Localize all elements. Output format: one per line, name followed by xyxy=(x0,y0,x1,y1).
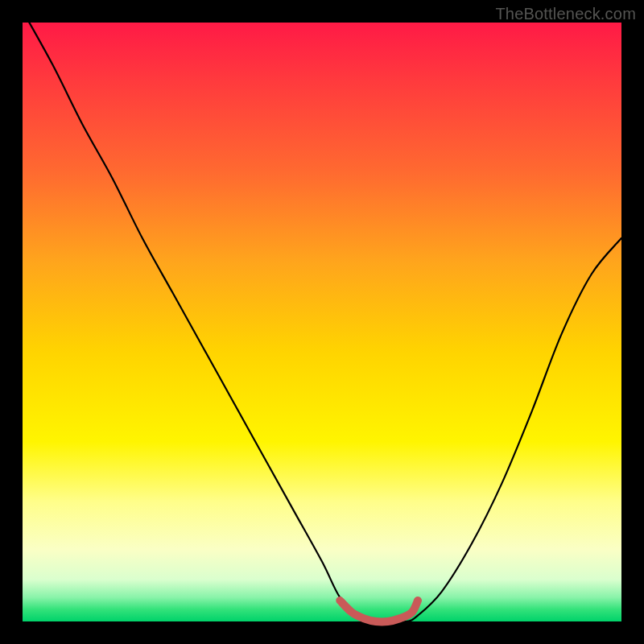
curve-svg xyxy=(23,23,621,621)
gradient-plot-area xyxy=(23,23,621,621)
bottleneck-curve xyxy=(23,10,621,622)
watermark-text: TheBottleneck.com xyxy=(495,5,636,23)
valley-marker xyxy=(340,601,418,621)
